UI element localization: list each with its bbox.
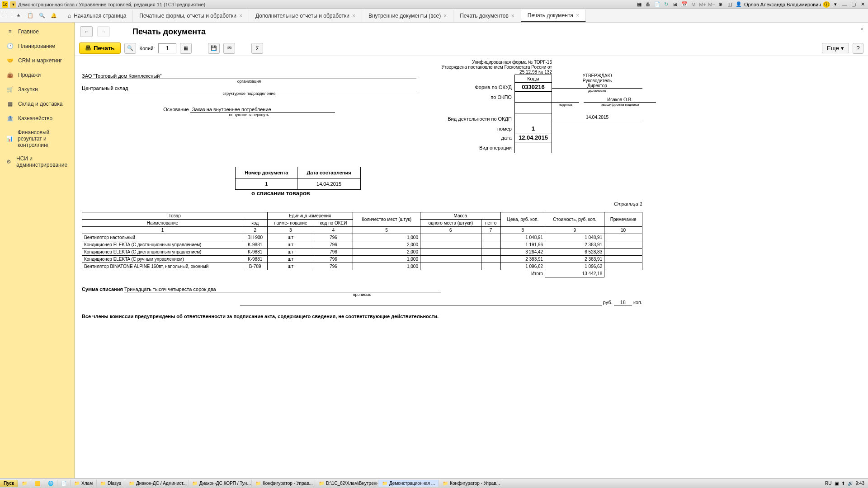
codes-table: Коды Форма по ОКУД0330216 по ОКПО Вид де… (444, 75, 552, 153)
rub-label: руб. (603, 300, 613, 305)
document-area: ЗАО "Торговый дом Комплексный" организац… (75, 56, 868, 479)
sidebar-item-crm[interactable]: 🤝CRM и маркетинг (0, 53, 74, 68)
clipboard-icon[interactable]: 📋 (26, 12, 34, 20)
sidebar-item-purchase[interactable]: 🛒Закупки (0, 82, 74, 97)
col-number: 1 (82, 227, 243, 234)
close-icon[interactable]: × (576, 12, 579, 19)
star-icon[interactable]: ★ (14, 12, 23, 20)
th-qty: Количество мест (штук) (353, 212, 420, 227)
copies-label: Копий: (140, 46, 155, 51)
close-icon[interactable]: × (511, 13, 514, 19)
print-icon[interactable]: 🖶 (645, 1, 652, 8)
calc-icon[interactable]: ⊞ (672, 1, 679, 8)
layout-icon[interactable]: ◫ (726, 1, 733, 8)
op-label: Вид операции (444, 142, 514, 153)
close-icon[interactable]: × (443, 13, 447, 19)
zoom-in-icon[interactable]: ⊕ (717, 1, 724, 8)
tab-item-active[interactable]: Печать документа× (521, 9, 586, 22)
close-icon[interactable]: × (352, 13, 355, 19)
search-icon[interactable]: 🔍 (38, 12, 46, 20)
th-mass2: нетто (481, 220, 500, 227)
th-note: Примечание (604, 212, 642, 227)
app-icon: 1c (2, 1, 8, 8)
sidebar-item-warehouse[interactable]: ▦Склад и доставка (0, 97, 74, 111)
sum-caption: прописью (82, 292, 642, 297)
org-caption: организация (82, 79, 416, 84)
more-button[interactable]: Еще▾ (822, 43, 849, 53)
table-row: Вентилятор BINATONE ALPINE 160вт, наполь… (82, 263, 642, 270)
copies-input[interactable] (158, 43, 176, 53)
layout-button[interactable]: ▦ (180, 43, 192, 54)
sidebar-item-sales[interactable]: 👜Продажи (0, 68, 74, 82)
okpo-label: по ОКПО (444, 92, 514, 103)
act-date: 14.04.2015 (297, 178, 360, 190)
print-button[interactable]: 🖶Печать (79, 42, 121, 54)
tab-item[interactable]: Печатные формы, отчеты и обработки× (133, 10, 249, 22)
sidebar-label: Главное (18, 28, 39, 35)
info-icon[interactable]: ⓘ (823, 1, 830, 8)
close-icon[interactable]: × (239, 13, 242, 19)
calendar-icon[interactable]: 📅 (681, 1, 688, 8)
mail-button[interactable]: ✉ (223, 43, 235, 54)
approve-cap2: подпись (552, 103, 579, 107)
sidebar-label: Продажи (18, 72, 41, 78)
sidebar-item-finance[interactable]: 📊Финансовый результат и контроллинг (0, 126, 74, 152)
dropdown-icon[interactable]: ▾ (832, 1, 839, 8)
user-name: Орлов Александр Владимирович (744, 2, 821, 7)
warning-text: Все члены комиссии предупреждены об отве… (82, 314, 642, 319)
doc-icon[interactable]: 📄 (654, 1, 661, 8)
tabbar: ⌂ Начальная страница Печатные формы, отч… (61, 9, 865, 22)
org-name: ЗАО "Торговый дом Комплексный" (82, 60, 416, 79)
apps-icon[interactable]: ⋮⋮⋮ (3, 12, 11, 20)
toolbar-icon[interactable]: ▦ (636, 1, 643, 8)
more-label: Еще (827, 45, 839, 52)
m-minus-icon[interactable]: M− (708, 1, 715, 8)
dropdown-icon[interactable]: ▾ (10, 1, 16, 8)
date-value: 12.04.2015 (514, 133, 552, 142)
th-cost: Стоимость, руб. коп. (545, 212, 604, 227)
back-button[interactable]: ← (80, 26, 93, 37)
tab-item[interactable]: Дополнительные отчеты и обработки× (249, 10, 362, 22)
sidebar-item-planning[interactable]: 🕐Планирование (0, 39, 74, 53)
approve-role2: Директор (552, 83, 642, 89)
basis-value: Заказ на внутреннее потребление (190, 107, 335, 113)
approve-cap1: должность (552, 89, 642, 93)
tab-label: Печать документа (528, 12, 573, 19)
act-head-num: Номер документа (236, 167, 297, 178)
col-number: 2 (243, 227, 267, 234)
sidebar-label: Финансовый результат и контроллинг (18, 129, 68, 148)
sidebar-item-main[interactable]: ≡Главное (0, 24, 74, 39)
total-label: Итого (82, 270, 545, 277)
sidebar-item-admin[interactable]: ⚙НСИ и администрирование (0, 152, 74, 172)
bell-icon[interactable]: 🔔 (50, 12, 58, 20)
approve-cap3: расшифровка подписи (584, 103, 656, 107)
col-number: 4 (314, 227, 353, 234)
close-page-icon[interactable]: × (861, 26, 863, 32)
basis-caption: ненужное зачеркнуть (82, 113, 416, 117)
m-plus-icon[interactable]: M+ (699, 1, 706, 8)
approve-role1: Руководитель (552, 78, 642, 83)
minimize-icon[interactable]: — (841, 1, 848, 8)
form-header1: Унифицированная форма № ТОРГ-16 (425, 60, 552, 65)
sidebar-item-treasury[interactable]: 🏦Казначейство (0, 111, 74, 126)
approve-name: Исаков О.В. (584, 97, 656, 103)
col-number: 5 (353, 227, 420, 234)
col-number: 8 (500, 227, 545, 234)
tab-home[interactable]: ⌂ Начальная страница (61, 10, 133, 22)
maximize-icon[interactable]: ▢ (850, 1, 857, 8)
window-titlebar: 1c ▾ Демонстрационная база / Управление … (0, 0, 868, 9)
refresh-icon[interactable]: ↻ (663, 1, 670, 8)
preview-button[interactable]: 🔍 (124, 43, 136, 54)
m-icon[interactable]: M (690, 1, 697, 8)
forward-button[interactable]: → (97, 26, 110, 37)
act-table: Номер документаДата составления 114.04.2… (235, 167, 360, 190)
tab-item[interactable]: Внутренние документы (все)× (362, 10, 453, 22)
sum-button[interactable]: Σ (251, 43, 263, 54)
sidebar-label: НСИ и администрирование (16, 155, 68, 168)
close-icon[interactable]: ✕ (859, 1, 866, 8)
save-button[interactable]: 💾 (208, 43, 220, 54)
help-button[interactable]: ? (853, 43, 863, 54)
tab-item[interactable]: Печать документов× (453, 10, 521, 22)
th-unit: Единица измерения (267, 212, 353, 220)
th-name: Наименование (82, 220, 243, 227)
